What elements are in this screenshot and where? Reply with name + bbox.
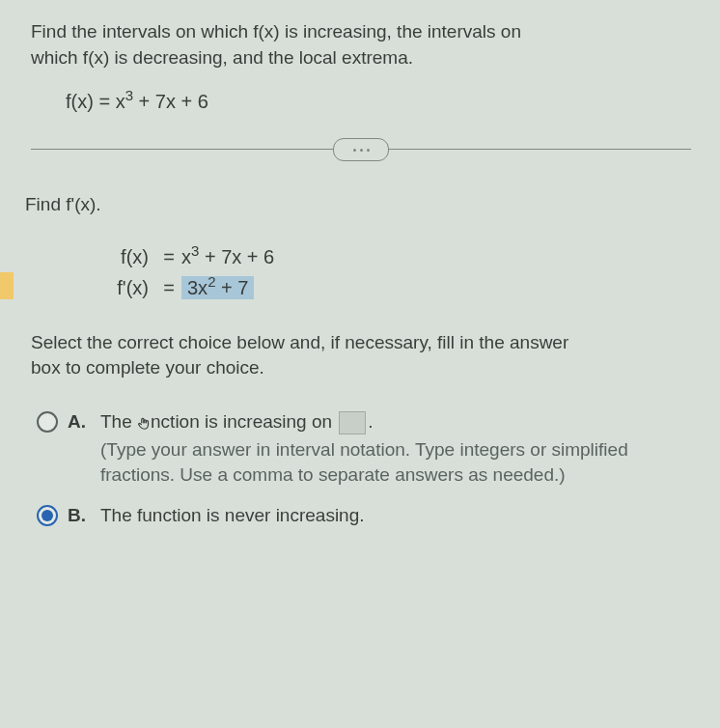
choice-b[interactable]: B. The function is never increasing. — [37, 502, 691, 529]
choice-a-hint: (Type your answer in interval notation. … — [100, 437, 691, 489]
choice-b-letter: B. — [68, 503, 100, 529]
choice-a-text-after: nction is increasing on — [151, 411, 337, 432]
answer-choices: A. The nction is increasing on . (Type y… — [37, 408, 691, 528]
work-fprime-right: 3x2 + 7 — [181, 274, 254, 301]
radio-a[interactable] — [37, 411, 58, 433]
choice-a-period: . — [368, 411, 373, 432]
choice-b-body: The function is never increasing. — [100, 503, 691, 529]
formula-lhs: f(x) = x — [66, 91, 125, 112]
work-row-fprimex: f'(x) = 3x2 + 7 — [91, 274, 691, 301]
choice-a-text-before: The — [100, 411, 137, 432]
work-row-fx: f(x) = x3 + 7x + 6 — [91, 243, 691, 270]
work-fprime-left: f'(x) — [91, 274, 156, 301]
formula-exp: 3 — [125, 88, 133, 104]
question-prompt: Find the intervals on which f(x) is incr… — [31, 19, 691, 70]
instruction-line-2: box to complete your choice. — [31, 357, 264, 378]
choice-instruction: Select the correct choice below and, if … — [31, 330, 691, 381]
work-fx-right: x3 + 7x + 6 — [181, 243, 274, 270]
work-fx-left: f(x) — [91, 243, 156, 270]
formula-rhs: + 7x + 6 — [133, 91, 208, 112]
hand-cursor-icon — [135, 414, 152, 432]
derivative-answer: 3x2 + 7 — [181, 276, 254, 299]
expand-button[interactable] — [333, 138, 389, 161]
work-fx-eq: = — [156, 243, 181, 270]
derivative-work: f(x) = x3 + 7x + 6 f'(x) = 3x2 + 7 — [91, 243, 691, 301]
radio-b[interactable] — [37, 505, 58, 526]
question-page: Find the intervals on which f(x) is incr… — [0, 0, 720, 561]
answer-input-box[interactable] — [339, 411, 366, 434]
step-heading: Find f'(x). — [25, 192, 691, 218]
work-fprime-eq: = — [156, 274, 181, 301]
section-divider — [31, 134, 691, 163]
choice-a-body: The nction is increasing on . (Type your… — [100, 409, 691, 489]
prompt-line-1: Find the intervals on which f(x) is incr… — [31, 21, 521, 42]
given-function: f(x) = x3 + 7x + 6 — [66, 88, 691, 115]
instruction-line-1: Select the correct choice below and, if … — [31, 332, 568, 352]
choice-a[interactable]: A. The nction is increasing on . (Type y… — [37, 408, 691, 489]
prompt-line-2: which f(x) is decreasing, and the local … — [31, 47, 413, 68]
choice-a-letter: A. — [68, 409, 100, 435]
